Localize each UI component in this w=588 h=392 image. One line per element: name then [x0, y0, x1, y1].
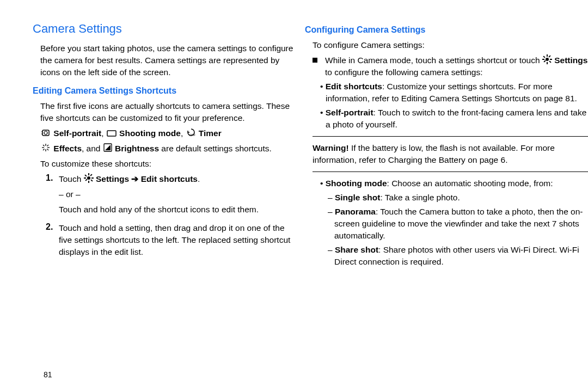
page-number: 81	[44, 370, 52, 379]
panorama-label: Panorama	[335, 207, 376, 216]
step-number-2: 2.	[46, 222, 59, 261]
svg-rect-32	[543, 60, 546, 62]
edit-shortcuts-label: Edit shortcuts	[326, 82, 382, 91]
bullet1-a: While in Camera mode, touch a settings s…	[325, 56, 542, 65]
svg-text:OFF: OFF	[189, 133, 195, 137]
step1-period: .	[198, 174, 200, 183]
edit-shortcuts-ref: Editing Camera Settings Shortcuts	[401, 94, 530, 103]
svg-rect-16	[88, 173, 89, 175]
divider-top	[313, 136, 588, 137]
document-page: Camera Settings Before you start taking …	[0, 0, 588, 392]
timer-icon: OFF	[186, 127, 197, 137]
dash-panorama: – Panorama: Touch the Camera button to t…	[305, 206, 588, 242]
svg-text:5: 5	[107, 152, 109, 152]
svg-rect-23	[85, 179, 87, 181]
step1-edit: Edit shortcuts	[141, 174, 198, 183]
svg-rect-30	[549, 60, 551, 63]
square-bullet-icon	[313, 58, 317, 63]
bullet1-b: to configure the following camera settin…	[325, 68, 483, 77]
svg-rect-17	[88, 181, 89, 183]
shooting-mode-sub-text: : Choose an automatic shooting mode, fro…	[387, 179, 553, 188]
effects-label: Effects	[53, 144, 82, 153]
svg-line-11	[43, 149, 45, 151]
brightness-label: Brightness	[115, 144, 159, 153]
svg-rect-20	[84, 174, 87, 176]
svg-point-15	[87, 176, 90, 180]
warning-label: Warning!	[313, 143, 349, 152]
defaults-tail: are default settings shortcuts.	[159, 144, 272, 153]
svg-rect-29	[543, 56, 545, 58]
effects-icon	[40, 143, 51, 152]
svg-point-24	[546, 58, 549, 61]
heading-configuring: Configuring Camera Settings	[305, 25, 588, 35]
svg-rect-28	[550, 59, 552, 60]
svg-line-8	[43, 145, 45, 146]
step1-pre: Touch	[59, 174, 84, 183]
step-1: 1. Touch Settings ➔ Edit shortcuts. – or…	[46, 173, 294, 219]
right-column: Configuring Camera Settings To configure…	[305, 22, 588, 381]
brightness-icon: 5	[103, 143, 113, 152]
default-shortcuts-line: Self-portrait, Shooting mode, OFF Timer	[33, 127, 294, 139]
svg-rect-2	[107, 131, 116, 136]
step-2-body: Touch and hold a setting, then drag and …	[59, 222, 294, 258]
dash-share-shot: – Share shot: Share photos with other us…	[305, 244, 588, 268]
left-column: Camera Settings Before you start taking …	[33, 22, 305, 381]
svg-rect-27	[542, 59, 544, 60]
svg-rect-25	[547, 54, 548, 57]
step-2: 2. Touch and hold a setting, then drag a…	[46, 222, 294, 261]
svg-point-1	[44, 131, 47, 134]
bullet1-settings: Settings	[554, 56, 587, 65]
svg-rect-26	[547, 62, 548, 64]
step1-arrow: ➔	[129, 174, 141, 183]
shortcuts-paragraph: The first five icons are actually shortc…	[33, 100, 294, 124]
step-number-1: 1.	[46, 173, 59, 219]
shooting-mode-label: Shooting mode	[119, 128, 181, 138]
sub-edit-shortcuts: • Edit shortcuts: Customize your setting…	[305, 81, 588, 105]
step-1-line1: Touch Settings ➔ Edit shortcuts.	[59, 173, 259, 185]
step1-settings: Settings	[96, 174, 129, 183]
self-portrait-sub-label: Self-portrait	[326, 108, 373, 117]
self-portrait-label: Self-portrait	[53, 128, 101, 138]
intro-paragraph: Before you start taking photos, use the …	[33, 42, 294, 78]
self-portrait-icon	[40, 128, 51, 137]
svg-marker-13	[105, 145, 111, 150]
settings-gear-icon	[84, 173, 94, 183]
main-bullet: While in Camera mode, touch a settings s…	[305, 54, 588, 78]
warning-ref: Charging the Battery	[388, 155, 465, 164]
step-1-body: Touch Settings ➔ Edit shortcuts. – or – …	[59, 173, 259, 219]
svg-rect-31	[548, 55, 550, 57]
svg-line-9	[47, 149, 49, 151]
main-bullet-text: While in Camera mode, touch a settings s…	[325, 54, 588, 78]
svg-rect-22	[90, 174, 92, 176]
single-shot-text: : Take a single photo.	[380, 193, 460, 202]
svg-line-10	[47, 145, 49, 146]
numbered-steps: 1. Touch Settings ➔ Edit shortcuts. – or…	[33, 173, 294, 261]
sub-self-portrait: • Self-portrait: Touch to switch to the …	[305, 107, 588, 131]
step1-or: – or –	[59, 188, 259, 200]
edit-shortcuts-tail: on page 81.	[530, 94, 577, 103]
svg-rect-19	[91, 177, 94, 179]
step1-alt: Touch and hold any of the shortcut icons…	[59, 204, 259, 216]
warning-block: Warning! If the battery is low, the flas…	[305, 142, 588, 166]
share-shot-label: Share shot	[335, 245, 378, 254]
heading-camera-settings: Camera Settings	[33, 22, 294, 36]
svg-rect-21	[90, 179, 93, 181]
timer-label: Timer	[199, 128, 222, 138]
shooting-mode-sub-label: Shooting mode	[326, 179, 387, 188]
warning-tail: on page 6.	[465, 155, 508, 164]
dash-single-shot: – Single shot: Take a single photo.	[305, 192, 588, 204]
heading-editing-shortcuts: Editing Camera Settings Shortcuts	[33, 86, 294, 96]
svg-rect-18	[84, 177, 86, 179]
default-shortcuts-line2: Effects, and 5 Brightness are default se…	[33, 143, 294, 155]
divider-bottom	[313, 171, 588, 172]
settings-gear-icon	[542, 54, 552, 64]
customize-intro: To customize these shortcuts:	[33, 158, 294, 170]
single-shot-label: Single shot	[335, 193, 381, 202]
shooting-mode-icon	[106, 130, 117, 137]
sub-shooting-mode: • Shooting mode: Choose an automatic sho…	[305, 177, 588, 189]
configure-intro: To configure Camera settings:	[305, 39, 588, 51]
